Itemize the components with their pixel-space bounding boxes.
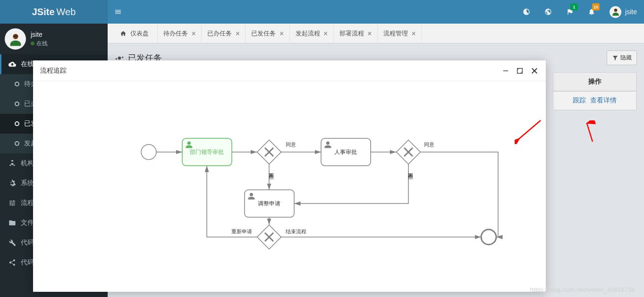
modal-title: 流程追踪: [40, 67, 67, 75]
flow-label: 重新申请: [231, 229, 252, 234]
task-label: 调整申请: [258, 200, 280, 207]
process-trace-modal: 流程追踪 部门领导审批 人事审: [33, 60, 546, 292]
flow-label: 不同意: [269, 173, 275, 179]
flow-label: 结束流程: [286, 229, 306, 234]
close-icon: [530, 67, 539, 75]
gateway-1: [257, 140, 281, 164]
flow-gw2-adjust: [294, 164, 408, 204]
svg-rect-5: [517, 68, 523, 73]
flow-gw2-end: [421, 152, 498, 237]
close-button[interactable]: [530, 67, 539, 75]
start-event: [141, 144, 156, 160]
gateway-2: [397, 140, 421, 164]
modal-header: 流程追踪: [33, 60, 546, 81]
svg-rect-4: [503, 70, 508, 71]
minimize-button[interactable]: [502, 67, 509, 75]
bpmn-diagram: 部门领导审批 人事审批 调整申请: [33, 91, 546, 292]
maximize-button[interactable]: [516, 67, 524, 75]
task-label: 部门领导审批: [190, 149, 224, 155]
modal-body: 部门领导审批 人事审批 调整申请: [33, 81, 546, 292]
end-event: [481, 229, 496, 245]
minimize-icon: [502, 67, 509, 75]
maximize-icon: [516, 67, 524, 75]
flow-label: 同意: [424, 142, 434, 147]
flow-label: 同意: [286, 142, 296, 147]
flow-label: 不同意: [408, 173, 414, 179]
gateway-3: [257, 225, 281, 249]
task-label: 人事审批: [334, 149, 357, 155]
